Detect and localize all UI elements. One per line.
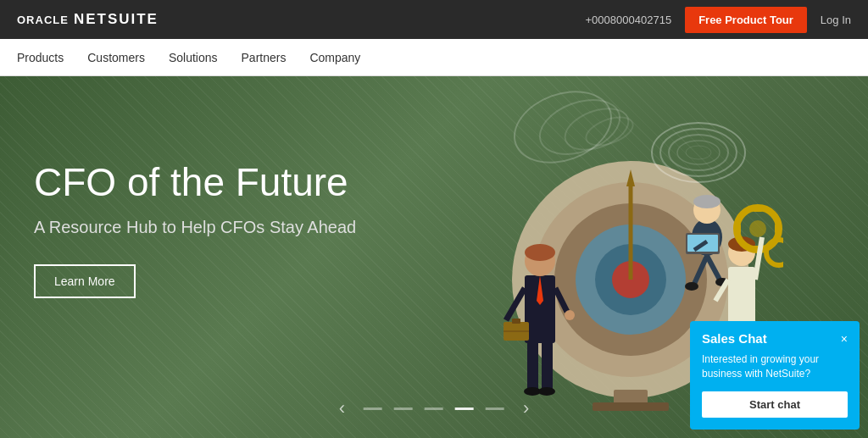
slider-dot-5[interactable]: [486, 408, 504, 410]
nav-item-solutions[interactable]: Solutions: [169, 51, 218, 64]
hero-subtitle: A Resource Hub to Help CFOs Stay Ahead: [34, 218, 356, 237]
svg-point-37: [749, 220, 766, 237]
svg-rect-25: [512, 319, 520, 324]
oracle-logo-text: ORACLE: [17, 14, 69, 26]
logo-area: ORACLE NETSUITE: [17, 11, 159, 28]
svg-point-53: [677, 141, 720, 164]
top-bar: ORACLE NETSUITE +0008000402715 Free Prod…: [0, 0, 868, 39]
svg-point-50: [652, 123, 745, 182]
navigation-bar: Products Customers Solutions Partners Co…: [0, 39, 868, 76]
phone-number: +0008000402715: [586, 14, 672, 26]
svg-line-44: [755, 237, 762, 280]
svg-point-51: [660, 129, 737, 176]
chat-title: Sales Chat: [702, 331, 767, 346]
svg-point-22: [525, 244, 555, 261]
svg-rect-40: [734, 224, 741, 234]
sales-chat-widget: Sales Chat × Interested in growing your …: [690, 321, 860, 430]
slider-dot-1[interactable]: [364, 408, 382, 410]
login-button[interactable]: Log In: [821, 14, 851, 26]
chat-subtitle: Interested in growing your business with…: [702, 352, 848, 381]
nav-item-company[interactable]: Company: [309, 51, 360, 64]
nav-item-products[interactable]: Products: [17, 51, 64, 64]
chat-close-button[interactable]: ×: [841, 333, 848, 345]
svg-rect-38: [753, 205, 763, 212]
svg-point-54: [686, 146, 711, 159]
netsuite-logo-text: NETSUITE: [74, 11, 159, 28]
hero-title: CFO of the Future: [34, 161, 356, 204]
hero-section: CFO of the Future A Resource Hub to Help…: [0, 76, 868, 438]
svg-rect-41: [775, 224, 782, 234]
main-nav: Products Customers Solutions Partners Co…: [17, 51, 360, 64]
nav-item-partners[interactable]: Partners: [242, 51, 287, 64]
svg-point-49: [565, 310, 575, 320]
hero-content: CFO of the Future A Resource Hub to Help…: [34, 161, 356, 298]
svg-rect-30: [542, 343, 553, 390]
slider-next-arrow[interactable]: ›: [516, 394, 536, 423]
svg-point-18: [685, 282, 698, 291]
top-right-area: +0008000402715 Free Product Tour Log In: [586, 7, 851, 33]
svg-rect-29: [527, 343, 538, 390]
chat-header: Sales Chat ×: [702, 331, 848, 346]
nav-item-customers[interactable]: Customers: [87, 51, 145, 64]
svg-point-32: [538, 387, 555, 396]
slider-dot-2[interactable]: [394, 408, 413, 410]
learn-more-button[interactable]: Learn More: [34, 264, 136, 298]
free-product-tour-button[interactable]: Free Product Tour: [685, 7, 807, 33]
start-chat-button[interactable]: Start chat: [702, 391, 848, 418]
slider-dot-3[interactable]: [425, 408, 443, 410]
svg-rect-7: [593, 402, 669, 411]
slider-controls: ‹ ›: [332, 394, 537, 423]
svg-point-12: [693, 195, 721, 208]
slider-prev-arrow[interactable]: ‹: [332, 394, 352, 423]
slider-dot-4[interactable]: [455, 408, 474, 410]
